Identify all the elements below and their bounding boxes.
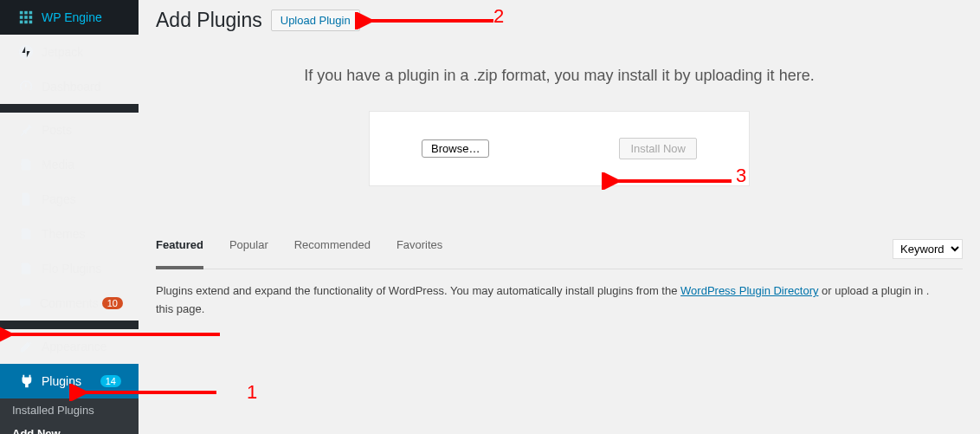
sidebar-item-label: Comments — [40, 296, 99, 310]
sidebar-item-label: Jetpack — [42, 45, 121, 59]
submenu-installed-plugins[interactable]: Installed Plugins — [0, 398, 139, 422]
tab-favorites[interactable]: Favorites — [397, 238, 442, 260]
sidebar-item-jetpack[interactable]: Jetpack — [0, 35, 139, 69]
filter-tabs: Featured Popular Recommended Favorites — [156, 230, 893, 269]
submenu-add-new[interactable]: Add New — [0, 422, 139, 434]
dashboard-icon — [17, 78, 35, 95]
svg-rect-7 — [24, 21, 28, 24]
upload-form: Browse… Install Now — [369, 111, 750, 186]
pages-icon — [17, 191, 35, 208]
grid-icon — [17, 9, 35, 26]
flo-icon — [17, 260, 35, 277]
svg-rect-8 — [29, 21, 33, 24]
sidebar-item-posts[interactable]: Posts — [0, 113, 139, 147]
themes-icon — [17, 225, 35, 243]
main-content: Add Plugins Upload Plugin If you have a … — [139, 0, 980, 434]
sidebar-item-dashboard[interactable]: Dashboard — [0, 69, 139, 104]
plugins-description: Plugins extend and expand the functional… — [156, 282, 963, 319]
sidebar-item-appearance[interactable]: Appearance — [0, 329, 139, 364]
sidebar-item-pages[interactable]: Pages — [0, 182, 139, 217]
plugin-directory-link[interactable]: WordPress Plugin Directory — [680, 284, 818, 297]
sidebar-item-plugins[interactable]: Plugins 14 — [0, 364, 139, 398]
media-icon — [17, 156, 35, 173]
browse-button[interactable]: Browse… — [422, 139, 489, 158]
sidebar-item-comments[interactable]: Comments 10 — [0, 286, 139, 321]
svg-rect-1 — [24, 11, 28, 15]
svg-rect-6 — [20, 21, 23, 24]
upload-plugin-button[interactable]: Upload Plugin — [271, 10, 360, 31]
sidebar-item-label: Pages — [42, 192, 121, 206]
sidebar-item-label: Posts — [42, 123, 121, 137]
comments-badge: 10 — [102, 297, 123, 309]
pin-icon — [17, 121, 35, 139]
sidebar-item-flo-plugins[interactable]: Flo Plugins — [0, 251, 139, 286]
sidebar-item-label: Media — [42, 158, 121, 172]
admin-sidebar: WP Engine Jetpack Dashboard Posts Media … — [0, 0, 139, 434]
sidebar-item-label: Plugins — [42, 374, 97, 388]
search-controls: Keyword — [893, 239, 963, 259]
page-header: Add Plugins Upload Plugin — [156, 9, 963, 32]
jetpack-icon — [17, 43, 35, 61]
tab-popular[interactable]: Popular — [229, 238, 268, 260]
svg-rect-2 — [29, 11, 33, 15]
upload-instruction: If you have a plugin in a .zip format, y… — [156, 67, 963, 85]
sidebar-item-label: Dashboard — [42, 80, 121, 94]
sidebar-item-label: Flo Plugins — [42, 262, 121, 275]
install-now-button[interactable]: Install Now — [619, 138, 697, 159]
svg-rect-5 — [29, 16, 33, 19]
svg-point-9 — [19, 45, 33, 59]
tab-featured[interactable]: Featured — [156, 238, 203, 269]
svg-rect-0 — [20, 11, 23, 15]
svg-rect-3 — [20, 16, 23, 19]
plugins-submenu: Installed Plugins Add New Editor — [0, 398, 139, 434]
sidebar-item-label: Appearance — [42, 340, 121, 353]
comments-icon — [17, 295, 33, 312]
sidebar-item-wpengine[interactable]: WP Engine — [0, 0, 139, 35]
plugins-badge: 14 — [100, 375, 121, 387]
sidebar-item-label: Themes — [42, 227, 121, 241]
plugins-icon — [17, 372, 35, 390]
filter-tabs-row: Featured Popular Recommended Favorites K… — [156, 230, 963, 269]
search-type-select[interactable]: Keyword — [893, 239, 963, 259]
appearance-icon — [17, 338, 35, 355]
page-title: Add Plugins — [156, 9, 262, 32]
svg-rect-4 — [24, 16, 28, 19]
sidebar-item-media[interactable]: Media — [0, 147, 139, 182]
sidebar-item-themes[interactable]: Themes — [0, 217, 139, 251]
tab-recommended[interactable]: Recommended — [294, 238, 371, 260]
sidebar-item-label: WP Engine — [42, 10, 121, 24]
